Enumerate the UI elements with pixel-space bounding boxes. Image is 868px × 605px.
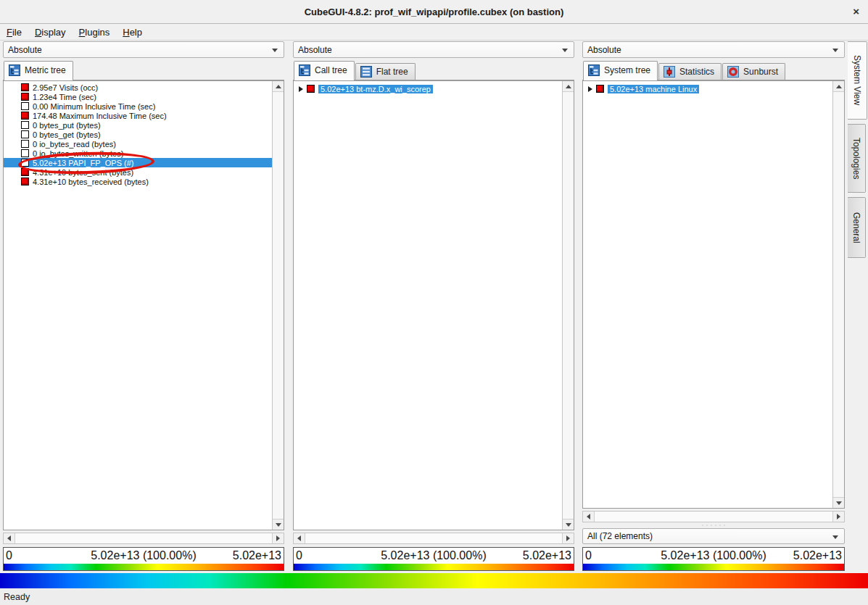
- metric-label: 4.31e+10 bytes_sent (bytes): [33, 168, 133, 177]
- system-panel: Absolute System tree Statistics: [582, 41, 845, 571]
- metric-color-box: [21, 149, 29, 157]
- system-tabbar: System tree Statistics Sunburst: [582, 61, 845, 80]
- metric-label: 0.00 Minimum Inclusive Time (sec): [33, 102, 155, 111]
- scroll-right-icon[interactable]: [273, 533, 284, 543]
- call-tree-row-selected[interactable]: 5.02e+13 bt-mz.D.x_wi_scorep: [294, 83, 562, 94]
- metric-tree-row[interactable]: 0.00 Minimum Inclusive Time (sec): [4, 101, 272, 111]
- scroll-left-icon[interactable]: [583, 512, 594, 522]
- side-tab-topologies[interactable]: Topologies: [848, 124, 866, 193]
- system-value-bar: 0 5.02e+13 (100.00%) 5.02e+13: [582, 547, 845, 571]
- system-tree-row-selected[interactable]: 5.02e+13 machine Linux: [583, 83, 832, 94]
- metric-label: 0 io_bytes_written (bytes): [33, 149, 123, 158]
- call-tree: 5.02e+13 bt-mz.D.x_wi_scorep: [293, 80, 574, 530]
- metric-label: 2.95e7 Visits (occ): [33, 83, 98, 92]
- metric-label: 0 bytes_get (bytes): [33, 130, 101, 139]
- call-vertical-scrollbar[interactable]: [562, 81, 574, 530]
- menu-file[interactable]: File: [0, 25, 28, 39]
- tab-metric-tree[interactable]: Metric tree: [4, 61, 73, 80]
- metric-tree-row[interactable]: 174.48 Maximum Inclusive Time (sec): [4, 111, 272, 120]
- tab-flat-tree[interactable]: Flat tree: [355, 63, 416, 80]
- metric-color-box: [21, 159, 29, 167]
- tab-label: Statistics: [679, 67, 714, 77]
- system-horizontal-scrollbar[interactable]: [582, 511, 845, 522]
- metric-color-box: [21, 112, 29, 120]
- tab-label: Metric tree: [25, 65, 66, 75]
- metric-color-box: [21, 121, 29, 129]
- metric-tree-row[interactable]: 1.23e4 Time (sec): [4, 92, 272, 101]
- metric-label: 4.31e+10 bytes_received (bytes): [33, 178, 149, 186]
- status-text: Ready: [4, 592, 30, 602]
- metric-tree-row[interactable]: 0 io_bytes_written (bytes): [4, 149, 272, 158]
- status-bar: Ready: [0, 588, 868, 605]
- metric-color-box: [21, 168, 29, 176]
- tree-icon: [9, 64, 20, 76]
- metric-value-mode-label: Absolute: [8, 45, 42, 55]
- expand-arrow-icon[interactable]: [588, 86, 592, 92]
- scroll-up-icon[interactable]: [273, 81, 284, 92]
- scroll-down-icon[interactable]: [563, 519, 574, 530]
- tab-sunburst[interactable]: Sunburst: [722, 63, 785, 80]
- metric-tree-row[interactable]: 0 bytes_put (bytes): [4, 120, 272, 130]
- menu-display[interactable]: Display: [28, 25, 73, 39]
- scroll-left-icon[interactable]: [4, 533, 15, 543]
- side-tab-label: General: [851, 212, 861, 243]
- scroll-down-icon[interactable]: [833, 497, 844, 508]
- value-max: 5.02e+13: [523, 549, 571, 562]
- side-tab-label: System View: [852, 55, 862, 105]
- tree-icon: [299, 64, 310, 76]
- metric-vertical-scrollbar[interactable]: [272, 81, 284, 530]
- scroll-right-icon[interactable]: [563, 533, 574, 543]
- call-value-mode-combo[interactable]: Absolute: [293, 41, 574, 58]
- scrollbar-thumb[interactable]: [594, 512, 833, 522]
- tab-statistics[interactable]: Statistics: [658, 63, 722, 80]
- drag-dots-icon: [701, 524, 726, 527]
- scrollbar-thumb[interactable]: [305, 533, 563, 543]
- metric-tree-row[interactable]: 4.31e+10 bytes_sent (bytes): [4, 167, 272, 177]
- system-value-mode-combo[interactable]: Absolute: [582, 41, 845, 58]
- metric-tree-row-selected[interactable]: 5.02e+13 PAPI_FP_OPS (#): [4, 158, 272, 167]
- system-tree-content: 5.02e+13 machine Linux: [583, 81, 832, 508]
- call-tree-content: 5.02e+13 bt-mz.D.x_wi_scorep: [294, 81, 562, 530]
- metric-tree-content: 2.95e7 Visits (occ) 1.23e4 Time (sec) 0.…: [4, 81, 272, 530]
- system-filter-combo[interactable]: All (72 elements): [582, 528, 845, 544]
- side-tab-general[interactable]: General: [848, 197, 866, 258]
- system-label: 5.02e+13 machine Linux: [608, 85, 699, 93]
- tree-icon: [588, 64, 600, 76]
- menu-help[interactable]: Help: [116, 25, 149, 39]
- metric-tree-row[interactable]: 4.31e+10 bytes_received (bytes): [4, 177, 272, 186]
- menu-plugins[interactable]: Plugins: [73, 25, 117, 39]
- system-tree: 5.02e+13 machine Linux: [582, 80, 845, 509]
- close-icon[interactable]: ×: [853, 6, 859, 17]
- chevron-down-icon: [562, 49, 568, 52]
- tab-call-tree[interactable]: Call tree: [294, 61, 355, 80]
- metric-tree-row[interactable]: 0 io_bytes_read (bytes): [4, 139, 272, 149]
- scroll-left-icon[interactable]: [294, 533, 305, 543]
- system-vertical-scrollbar[interactable]: [832, 81, 844, 508]
- side-tab-label: Topologies: [851, 138, 861, 179]
- system-value-mode-label: Absolute: [587, 45, 621, 55]
- call-tabbar: Call tree Flat tree: [293, 61, 574, 80]
- metric-value-mode-combo[interactable]: Absolute: [3, 41, 284, 58]
- tab-system-tree[interactable]: System tree: [583, 61, 658, 80]
- scroll-right-icon[interactable]: [833, 512, 844, 522]
- metric-tree-row[interactable]: 0 bytes_get (bytes): [4, 130, 272, 139]
- scrollbar-thumb[interactable]: [15, 533, 273, 543]
- expand-arrow-icon[interactable]: [299, 86, 303, 92]
- colormap-strip: [583, 564, 844, 570]
- tab-label: System tree: [604, 65, 650, 75]
- title-bar: CubeGUI-4.8.2: prof_wif_wipapi/profile.c…: [0, 0, 868, 24]
- call-horizontal-scrollbar[interactable]: [293, 533, 574, 544]
- metric-tree-row[interactable]: 2.95e7 Visits (occ): [4, 83, 272, 92]
- metric-label: 1.23e4 Time (sec): [33, 93, 96, 101]
- side-tab-system-view[interactable]: System View: [848, 41, 867, 120]
- tab-label: Flat tree: [376, 67, 408, 77]
- splitter-handle[interactable]: [582, 522, 845, 528]
- scroll-up-icon[interactable]: [563, 81, 574, 92]
- call-label: 5.02e+13 bt-mz.D.x_wi_scorep: [318, 85, 433, 93]
- metric-horizontal-scrollbar[interactable]: [3, 533, 284, 544]
- scroll-down-icon[interactable]: [273, 519, 284, 530]
- scroll-up-icon[interactable]: [833, 81, 844, 92]
- chevron-down-icon: [272, 49, 278, 52]
- metric-value-bar: 0 5.02e+13 (100.00%) 5.02e+13: [3, 547, 284, 571]
- colormap-strip: [294, 564, 574, 570]
